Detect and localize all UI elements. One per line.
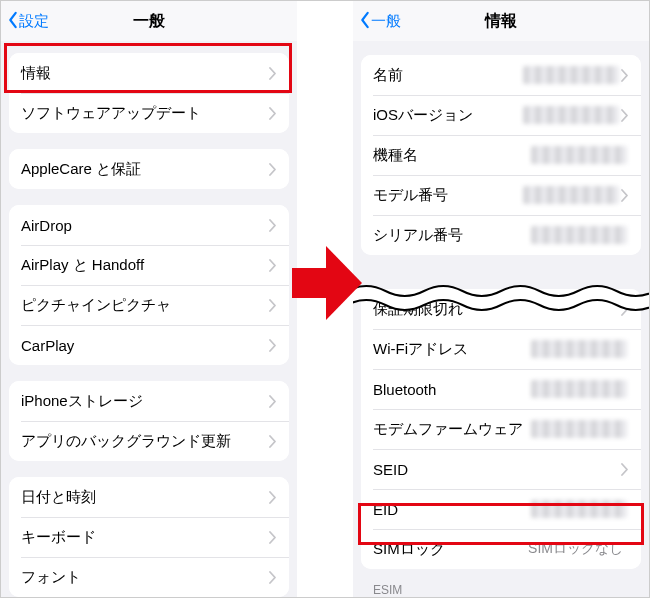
redacted-value bbox=[531, 226, 627, 244]
row-label: フォント bbox=[21, 568, 269, 587]
list-row[interactable]: 保証期限切れ bbox=[361, 289, 641, 329]
list-row[interactable]: モデムファームウェア bbox=[361, 409, 641, 449]
about-group: 保証期限切れWi-FiアドレスBluetoothモデムファームウェアSEIDEI… bbox=[361, 289, 641, 569]
row-label: Wi-Fiアドレス bbox=[373, 340, 531, 359]
list-row[interactable]: 日付と時刻 bbox=[9, 477, 289, 517]
list-row[interactable]: CarPlay bbox=[9, 325, 289, 365]
chevron-right-icon bbox=[269, 339, 277, 352]
redacted-value bbox=[531, 380, 627, 398]
chevron-right-icon bbox=[269, 163, 277, 176]
row-label: キーボード bbox=[21, 528, 269, 547]
row-label: ピクチャインピクチャ bbox=[21, 296, 269, 315]
list-row[interactable]: 名前 bbox=[361, 55, 641, 95]
nav-header: 一般 情報 bbox=[353, 1, 649, 41]
chevron-right-icon bbox=[621, 189, 629, 202]
about-group: 名前iOSバージョン機種名モデル番号シリアル番号 bbox=[361, 55, 641, 255]
row-label: SIMロック bbox=[373, 540, 528, 559]
back-button[interactable]: 設定 bbox=[1, 11, 49, 32]
nav-header: 設定 一般 bbox=[1, 1, 297, 41]
row-label: モデムファームウェア bbox=[373, 420, 531, 439]
about-panel: 一般 情報 名前iOSバージョン機種名モデル番号シリアル番号 保証期限切れWi-… bbox=[353, 1, 649, 597]
list-row[interactable]: キーボード bbox=[9, 517, 289, 557]
row-label: AppleCare と保証 bbox=[21, 160, 269, 179]
list-row[interactable]: シリアル番号 bbox=[361, 215, 641, 255]
back-button[interactable]: 一般 bbox=[353, 11, 401, 32]
arrow-right-icon bbox=[292, 246, 364, 320]
settings-group: 情報ソフトウェアアップデート bbox=[9, 53, 289, 133]
redacted-value bbox=[531, 340, 627, 358]
row-label: SEID bbox=[373, 461, 621, 478]
chevron-right-icon bbox=[269, 67, 277, 80]
row-label: 名前 bbox=[373, 66, 523, 85]
chevron-right-icon bbox=[269, 491, 277, 504]
chevron-right-icon bbox=[269, 219, 277, 232]
redacted-value bbox=[523, 106, 619, 124]
chevron-right-icon bbox=[621, 69, 629, 82]
chevron-right-icon bbox=[621, 109, 629, 122]
chevron-right-icon bbox=[621, 463, 629, 476]
list-row[interactable]: iOSバージョン bbox=[361, 95, 641, 135]
settings-group: 日付と時刻キーボードフォント bbox=[9, 477, 289, 597]
chevron-right-icon bbox=[269, 571, 277, 584]
redacted-value bbox=[523, 186, 619, 204]
chevron-right-icon bbox=[621, 303, 629, 316]
chevron-left-icon bbox=[359, 11, 371, 32]
row-label: モデル番号 bbox=[373, 186, 523, 205]
settings-group: AirDropAirPlay と HandoffピクチャインピクチャCarPla… bbox=[9, 205, 289, 365]
list-row[interactable]: AirDrop bbox=[9, 205, 289, 245]
list-row[interactable]: ピクチャインピクチャ bbox=[9, 285, 289, 325]
chevron-right-icon bbox=[269, 395, 277, 408]
settings-group: iPhoneストレージアプリのバックグラウンド更新 bbox=[9, 381, 289, 461]
row-label: 機種名 bbox=[373, 146, 531, 165]
list-row[interactable]: EID bbox=[361, 489, 641, 529]
list-row[interactable]: iPhoneストレージ bbox=[9, 381, 289, 421]
back-label: 一般 bbox=[371, 12, 401, 31]
redacted-value bbox=[531, 146, 627, 164]
chevron-right-icon bbox=[269, 107, 277, 120]
list-row[interactable]: AirPlay と Handoff bbox=[9, 245, 289, 285]
list-row[interactable]: ソフトウェアアップデート bbox=[9, 93, 289, 133]
list-row[interactable]: アプリのバックグラウンド更新 bbox=[9, 421, 289, 461]
row-label: AirDrop bbox=[21, 217, 269, 234]
list-row[interactable]: Wi-Fiアドレス bbox=[361, 329, 641, 369]
list-row[interactable]: SEID bbox=[361, 449, 641, 489]
list-row[interactable]: 情報 bbox=[9, 53, 289, 93]
row-label: ソフトウェアアップデート bbox=[21, 104, 269, 123]
redacted-value bbox=[531, 500, 627, 518]
row-label: iPhoneストレージ bbox=[21, 392, 269, 411]
row-label: 情報 bbox=[21, 64, 269, 83]
row-label: シリアル番号 bbox=[373, 226, 531, 245]
list-row[interactable]: フォント bbox=[9, 557, 289, 597]
list-row[interactable]: SIMロックSIMロックなし bbox=[361, 529, 641, 569]
chevron-right-icon bbox=[269, 531, 277, 544]
chevron-right-icon bbox=[269, 259, 277, 272]
row-label: CarPlay bbox=[21, 337, 269, 354]
row-label: AirPlay と Handoff bbox=[21, 256, 269, 275]
row-value: SIMロックなし bbox=[528, 540, 623, 558]
chevron-right-icon bbox=[269, 299, 277, 312]
general-settings-panel: 設定 一般 情報ソフトウェアアップデートAppleCare と保証AirDrop… bbox=[1, 1, 297, 597]
row-label: iOSバージョン bbox=[373, 106, 523, 125]
row-label: 保証期限切れ bbox=[373, 300, 621, 319]
row-label: Bluetooth bbox=[373, 381, 531, 398]
list-row[interactable]: Bluetooth bbox=[361, 369, 641, 409]
row-label: アプリのバックグラウンド更新 bbox=[21, 432, 269, 451]
settings-group: AppleCare と保証 bbox=[9, 149, 289, 189]
chevron-left-icon bbox=[7, 11, 19, 32]
chevron-right-icon bbox=[269, 435, 277, 448]
list-row[interactable]: 機種名 bbox=[361, 135, 641, 175]
row-label: EID bbox=[373, 501, 531, 518]
list-row[interactable]: モデル番号 bbox=[361, 175, 641, 215]
redacted-value bbox=[523, 66, 619, 84]
list-row[interactable]: AppleCare と保証 bbox=[9, 149, 289, 189]
row-label: 日付と時刻 bbox=[21, 488, 269, 507]
back-label: 設定 bbox=[19, 12, 49, 31]
section-header-esim: ESIM bbox=[353, 569, 649, 597]
redacted-value bbox=[531, 420, 627, 438]
